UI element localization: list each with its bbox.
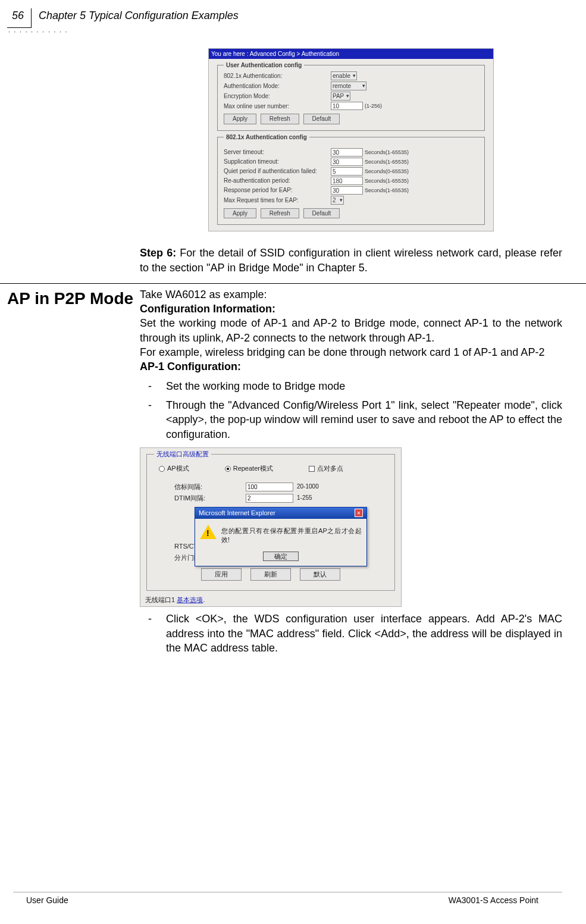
- p2mp-checkbox[interactable]: 点对多点: [309, 464, 343, 473]
- wireless-group: 无线端口高级配置 AP模式 Repeater模式 点对多点 信标间隔:10020…: [146, 454, 395, 591]
- bullet-list: Click <OK>, the WDS configuration user i…: [140, 612, 562, 655]
- paragraph: Set the working mode of AP-1 and AP-2 to…: [140, 316, 562, 345]
- label: Supplication timeout:: [224, 158, 331, 166]
- alert-popup: Microsoft Internet Explorer × 您的配置只有在保存配…: [195, 507, 367, 566]
- label: Max online user number:: [224, 102, 331, 111]
- apply-button[interactable]: 应用: [201, 568, 242, 581]
- repeater-mode-radio[interactable]: Repeater模式: [225, 464, 273, 473]
- max-request-select[interactable]: 2: [331, 196, 344, 205]
- label: Max Request times for EAP:: [224, 196, 331, 205]
- header-dots: · · · · · · · · · · ·: [8, 28, 586, 36]
- suffix: Seconds(0-65535): [365, 168, 409, 175]
- max-user-input[interactable]: 10: [331, 102, 363, 110]
- list-item: Set the working mode to Bridge mode: [166, 379, 562, 393]
- dtim-input[interactable]: 2: [246, 494, 293, 503]
- beacon-input[interactable]: 100: [246, 483, 293, 491]
- intro-line: Take WA6012 as example:: [140, 287, 562, 302]
- chapter-title: Chapter 5 Typical Configuration Examples: [32, 8, 239, 23]
- suffix: (1-256): [365, 102, 382, 109]
- default-button[interactable]: 默认: [300, 568, 340, 581]
- label: Re-authentication period:: [224, 177, 331, 185]
- server-timeout-input[interactable]: 30: [331, 148, 363, 156]
- popup-title: Microsoft Internet Explorer: [199, 509, 275, 518]
- step6-paragraph: Step 6: For the detail of SSID configura…: [140, 246, 562, 275]
- step6-text: For the detail of SSID configuration in …: [140, 247, 562, 273]
- refresh-button[interactable]: 刷新: [250, 568, 291, 581]
- step6-label: Step 6:: [140, 247, 176, 259]
- basic-options-link[interactable]: 基本选项: [177, 596, 203, 603]
- ok-button[interactable]: 确定: [263, 552, 299, 561]
- label: 802.1x Authentication:: [224, 72, 331, 80]
- supp-timeout-input[interactable]: 30: [331, 158, 363, 166]
- mode-select[interactable]: remote: [331, 82, 366, 90]
- suffix: Seconds(1-65535): [365, 158, 409, 165]
- enc-select[interactable]: PAP: [331, 92, 350, 101]
- label: Response period for EAP:: [224, 186, 331, 195]
- default-button[interactable]: Default: [303, 208, 340, 219]
- group-title: 无线端口高级配置: [154, 450, 211, 459]
- 8021x-auth-group: 802.1x Authentication config Server time…: [217, 137, 485, 225]
- auth-select[interactable]: enable: [331, 71, 357, 80]
- user-auth-group: User Authentication config 802.1x Authen…: [217, 65, 485, 131]
- refresh-button[interactable]: Refresh: [261, 208, 299, 219]
- config-info-heading: Configuration Information:: [140, 302, 562, 316]
- list-item: Click <OK>, the WDS configuration user i…: [166, 612, 562, 655]
- label: Quiet period if authentication failed:: [224, 167, 331, 176]
- wireless-config-screenshot: 无线端口高级配置 AP模式 Repeater模式 点对多点 信标间隔:10020…: [140, 447, 402, 607]
- figure-footer: 无线端口1 基本选项.: [140, 593, 401, 607]
- page-number: 56: [7, 8, 32, 28]
- refresh-button[interactable]: Refresh: [261, 114, 299, 124]
- reauth-period-input[interactable]: 180: [331, 177, 363, 185]
- label: DTIM间隔:: [174, 494, 246, 503]
- warning-icon: [200, 525, 217, 539]
- default-button[interactable]: Default: [303, 114, 340, 124]
- auth-config-screenshot: You are here : Advanced Config > Authent…: [208, 48, 494, 232]
- suffix: Seconds(1-65535): [365, 149, 409, 156]
- apply-button[interactable]: Apply: [224, 208, 256, 219]
- paragraph: For example, wireless bridging can be do…: [140, 345, 562, 359]
- group-title: User Authentication config: [224, 61, 304, 70]
- apply-button[interactable]: Apply: [224, 114, 256, 124]
- label: Server timeout:: [224, 148, 331, 156]
- close-icon[interactable]: ×: [355, 509, 363, 517]
- popup-message: 您的配置只有在保存配置并重启AP之后才会起效!: [221, 525, 362, 544]
- suffix: 1-255: [297, 494, 312, 502]
- bullet-list: Set the working mode to Bridge mode Thro…: [140, 379, 562, 441]
- breadcrumb: You are here : Advanced Config > Authent…: [209, 49, 493, 59]
- ap-mode-radio[interactable]: AP模式: [159, 464, 189, 473]
- group-title: 802.1x Authentication config: [224, 133, 309, 142]
- page-footer: User Guide WA3001-S Access Point: [13, 892, 562, 906]
- footer-right: WA3001-S Access Point: [449, 895, 538, 906]
- footer-left: User Guide: [26, 895, 68, 906]
- section-divider: [0, 283, 586, 284]
- eap-response-input[interactable]: 30: [331, 186, 363, 195]
- suffix: Seconds(1-65535): [365, 187, 409, 194]
- label: 信标间隔:: [174, 483, 246, 491]
- list-item: Through the "Advanced Config/Wireless Po…: [166, 398, 562, 441]
- page-header: 56 Chapter 5 Typical Configuration Examp…: [0, 0, 586, 28]
- suffix: 20-1000: [297, 483, 319, 491]
- quiet-period-input[interactable]: 5: [331, 167, 363, 176]
- label: Authentication Mode:: [224, 82, 331, 90]
- suffix: Seconds(1-65535): [365, 177, 409, 184]
- section-title: AP in P2P Mode: [0, 287, 140, 660]
- label: Encryption Mode:: [224, 92, 331, 101]
- ap1-config-heading: AP-1 Configuration:: [140, 359, 562, 374]
